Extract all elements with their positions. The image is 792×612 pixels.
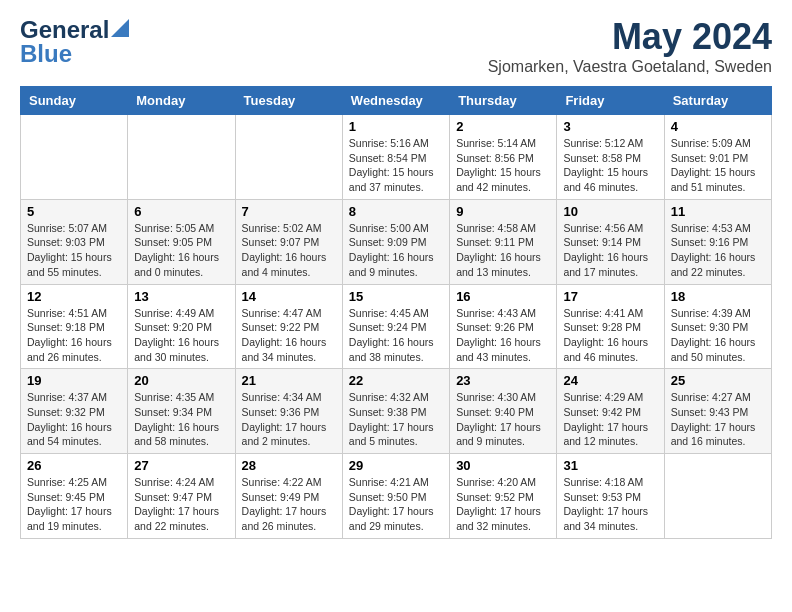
table-row: 19Sunrise: 4:37 AM Sunset: 9:32 PM Dayli…	[21, 369, 128, 454]
day-number: 21	[242, 373, 336, 388]
day-number: 11	[671, 204, 765, 219]
day-number: 15	[349, 289, 443, 304]
calendar-week-row: 26Sunrise: 4:25 AM Sunset: 9:45 PM Dayli…	[21, 454, 772, 539]
day-info: Sunrise: 5:05 AM Sunset: 9:05 PM Dayligh…	[134, 221, 228, 280]
table-row: 10Sunrise: 4:56 AM Sunset: 9:14 PM Dayli…	[557, 199, 664, 284]
day-number: 22	[349, 373, 443, 388]
day-number: 19	[27, 373, 121, 388]
day-number: 9	[456, 204, 550, 219]
day-info: Sunrise: 4:56 AM Sunset: 9:14 PM Dayligh…	[563, 221, 657, 280]
table-row: 4Sunrise: 5:09 AM Sunset: 9:01 PM Daylig…	[664, 115, 771, 200]
table-row	[128, 115, 235, 200]
day-number: 2	[456, 119, 550, 134]
day-number: 1	[349, 119, 443, 134]
day-info: Sunrise: 4:25 AM Sunset: 9:45 PM Dayligh…	[27, 475, 121, 534]
table-row: 7Sunrise: 5:02 AM Sunset: 9:07 PM Daylig…	[235, 199, 342, 284]
table-row: 31Sunrise: 4:18 AM Sunset: 9:53 PM Dayli…	[557, 454, 664, 539]
table-row	[21, 115, 128, 200]
table-row: 3Sunrise: 5:12 AM Sunset: 8:58 PM Daylig…	[557, 115, 664, 200]
svg-marker-0	[111, 19, 129, 37]
table-row: 6Sunrise: 5:05 AM Sunset: 9:05 PM Daylig…	[128, 199, 235, 284]
day-number: 10	[563, 204, 657, 219]
day-info: Sunrise: 5:09 AM Sunset: 9:01 PM Dayligh…	[671, 136, 765, 195]
calendar-week-row: 19Sunrise: 4:37 AM Sunset: 9:32 PM Dayli…	[21, 369, 772, 454]
day-info: Sunrise: 4:35 AM Sunset: 9:34 PM Dayligh…	[134, 390, 228, 449]
table-row: 8Sunrise: 5:00 AM Sunset: 9:09 PM Daylig…	[342, 199, 449, 284]
table-row: 17Sunrise: 4:41 AM Sunset: 9:28 PM Dayli…	[557, 284, 664, 369]
day-info: Sunrise: 4:18 AM Sunset: 9:53 PM Dayligh…	[563, 475, 657, 534]
table-row: 26Sunrise: 4:25 AM Sunset: 9:45 PM Dayli…	[21, 454, 128, 539]
table-row: 27Sunrise: 4:24 AM Sunset: 9:47 PM Dayli…	[128, 454, 235, 539]
day-info: Sunrise: 5:14 AM Sunset: 8:56 PM Dayligh…	[456, 136, 550, 195]
day-number: 8	[349, 204, 443, 219]
day-number: 26	[27, 458, 121, 473]
table-row: 16Sunrise: 4:43 AM Sunset: 9:26 PM Dayli…	[450, 284, 557, 369]
table-row: 15Sunrise: 4:45 AM Sunset: 9:24 PM Dayli…	[342, 284, 449, 369]
day-number: 27	[134, 458, 228, 473]
subtitle: Sjomarken, Vaestra Goetaland, Sweden	[488, 58, 772, 76]
table-row: 29Sunrise: 4:21 AM Sunset: 9:50 PM Dayli…	[342, 454, 449, 539]
page-container: General Blue May 2024 Sjomarken, Vaestra…	[0, 0, 792, 555]
table-row: 23Sunrise: 4:30 AM Sunset: 9:40 PM Dayli…	[450, 369, 557, 454]
table-row: 30Sunrise: 4:20 AM Sunset: 9:52 PM Dayli…	[450, 454, 557, 539]
day-info: Sunrise: 4:29 AM Sunset: 9:42 PM Dayligh…	[563, 390, 657, 449]
day-number: 25	[671, 373, 765, 388]
table-row: 28Sunrise: 4:22 AM Sunset: 9:49 PM Dayli…	[235, 454, 342, 539]
day-info: Sunrise: 5:16 AM Sunset: 8:54 PM Dayligh…	[349, 136, 443, 195]
header-sunday: Sunday	[21, 87, 128, 115]
day-number: 17	[563, 289, 657, 304]
day-info: Sunrise: 4:32 AM Sunset: 9:38 PM Dayligh…	[349, 390, 443, 449]
header-wednesday: Wednesday	[342, 87, 449, 115]
header-saturday: Saturday	[664, 87, 771, 115]
day-number: 3	[563, 119, 657, 134]
day-info: Sunrise: 4:21 AM Sunset: 9:50 PM Dayligh…	[349, 475, 443, 534]
day-number: 20	[134, 373, 228, 388]
day-number: 29	[349, 458, 443, 473]
main-title: May 2024	[488, 16, 772, 58]
header-tuesday: Tuesday	[235, 87, 342, 115]
table-row: 18Sunrise: 4:39 AM Sunset: 9:30 PM Dayli…	[664, 284, 771, 369]
day-number: 24	[563, 373, 657, 388]
day-info: Sunrise: 4:47 AM Sunset: 9:22 PM Dayligh…	[242, 306, 336, 365]
day-number: 13	[134, 289, 228, 304]
day-number: 30	[456, 458, 550, 473]
day-number: 31	[563, 458, 657, 473]
day-info: Sunrise: 4:41 AM Sunset: 9:28 PM Dayligh…	[563, 306, 657, 365]
day-number: 6	[134, 204, 228, 219]
logo: General Blue	[20, 16, 129, 68]
table-row: 20Sunrise: 4:35 AM Sunset: 9:34 PM Dayli…	[128, 369, 235, 454]
logo-blue-text: Blue	[20, 40, 72, 68]
day-info: Sunrise: 4:30 AM Sunset: 9:40 PM Dayligh…	[456, 390, 550, 449]
day-number: 7	[242, 204, 336, 219]
table-row	[235, 115, 342, 200]
day-info: Sunrise: 4:51 AM Sunset: 9:18 PM Dayligh…	[27, 306, 121, 365]
table-row: 9Sunrise: 4:58 AM Sunset: 9:11 PM Daylig…	[450, 199, 557, 284]
table-row: 11Sunrise: 4:53 AM Sunset: 9:16 PM Dayli…	[664, 199, 771, 284]
day-info: Sunrise: 4:39 AM Sunset: 9:30 PM Dayligh…	[671, 306, 765, 365]
calendar-week-row: 5Sunrise: 5:07 AM Sunset: 9:03 PM Daylig…	[21, 199, 772, 284]
logo-triangle-icon	[111, 19, 129, 37]
day-info: Sunrise: 4:43 AM Sunset: 9:26 PM Dayligh…	[456, 306, 550, 365]
table-row: 12Sunrise: 4:51 AM Sunset: 9:18 PM Dayli…	[21, 284, 128, 369]
table-row: 24Sunrise: 4:29 AM Sunset: 9:42 PM Dayli…	[557, 369, 664, 454]
day-info: Sunrise: 4:49 AM Sunset: 9:20 PM Dayligh…	[134, 306, 228, 365]
day-info: Sunrise: 4:53 AM Sunset: 9:16 PM Dayligh…	[671, 221, 765, 280]
header-monday: Monday	[128, 87, 235, 115]
day-info: Sunrise: 5:00 AM Sunset: 9:09 PM Dayligh…	[349, 221, 443, 280]
day-info: Sunrise: 4:37 AM Sunset: 9:32 PM Dayligh…	[27, 390, 121, 449]
day-number: 18	[671, 289, 765, 304]
day-number: 16	[456, 289, 550, 304]
table-row: 2Sunrise: 5:14 AM Sunset: 8:56 PM Daylig…	[450, 115, 557, 200]
table-row: 22Sunrise: 4:32 AM Sunset: 9:38 PM Dayli…	[342, 369, 449, 454]
day-info: Sunrise: 5:02 AM Sunset: 9:07 PM Dayligh…	[242, 221, 336, 280]
calendar-week-row: 1Sunrise: 5:16 AM Sunset: 8:54 PM Daylig…	[21, 115, 772, 200]
calendar-header-row: Sunday Monday Tuesday Wednesday Thursday…	[21, 87, 772, 115]
table-row: 1Sunrise: 5:16 AM Sunset: 8:54 PM Daylig…	[342, 115, 449, 200]
table-row	[664, 454, 771, 539]
header: General Blue May 2024 Sjomarken, Vaestra…	[20, 16, 772, 76]
table-row: 25Sunrise: 4:27 AM Sunset: 9:43 PM Dayli…	[664, 369, 771, 454]
title-block: May 2024 Sjomarken, Vaestra Goetaland, S…	[488, 16, 772, 76]
day-info: Sunrise: 4:24 AM Sunset: 9:47 PM Dayligh…	[134, 475, 228, 534]
day-info: Sunrise: 5:12 AM Sunset: 8:58 PM Dayligh…	[563, 136, 657, 195]
table-row: 21Sunrise: 4:34 AM Sunset: 9:36 PM Dayli…	[235, 369, 342, 454]
